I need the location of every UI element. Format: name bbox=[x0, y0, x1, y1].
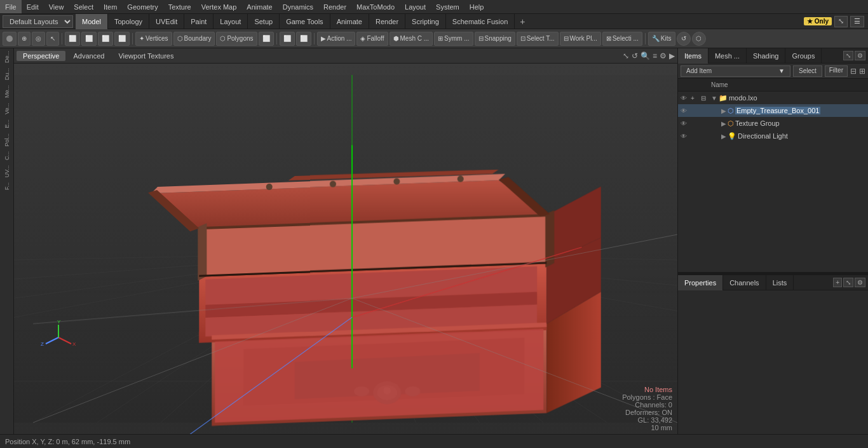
layout-settings-btn[interactable]: ☰ bbox=[850, 16, 864, 27]
eye-icon-treasure[interactable]: 👁 bbox=[681, 107, 691, 114]
tool-box1[interactable]: ⬜ bbox=[65, 32, 80, 46]
tool-boundary[interactable]: ⬡ Boundary bbox=[173, 32, 215, 46]
tool-vertices[interactable]: ✦ Vertices bbox=[135, 32, 172, 46]
vp-icon-expand[interactable]: ⤡ bbox=[623, 51, 629, 60]
menu-item[interactable]: Item bbox=[98, 0, 122, 13]
item-row-light[interactable]: 👁 ▶ 💡 Directional Light bbox=[678, 130, 868, 142]
props-plus-btn[interactable]: + bbox=[833, 278, 842, 287]
menu-system[interactable]: System bbox=[431, 0, 465, 13]
vp-icon-menu[interactable]: ≡ bbox=[653, 51, 657, 60]
sidebar-label-du[interactable]: Du... bbox=[3, 65, 11, 83]
sidebar-label-me[interactable]: Me... bbox=[3, 83, 11, 100]
layout-tab-layout[interactable]: Layout bbox=[214, 14, 248, 29]
tool-mode5[interactable]: ⬜ bbox=[259, 32, 274, 46]
tool-box2[interactable]: ⬜ bbox=[81, 32, 97, 46]
layout-tab-render[interactable]: Render bbox=[369, 14, 405, 29]
menu-view[interactable]: View bbox=[44, 0, 69, 13]
menu-texture[interactable]: Texture bbox=[163, 0, 196, 13]
tool-select-t[interactable]: ⊡ Select T... bbox=[517, 32, 559, 46]
tool-mode7[interactable]: ⬜ bbox=[296, 32, 311, 46]
menu-geometry[interactable]: Geometry bbox=[122, 0, 163, 13]
tool-cursor[interactable]: ↖ bbox=[46, 32, 59, 46]
vp-tab-perspective[interactable]: Perspective bbox=[17, 51, 65, 61]
props-tab-channels[interactable]: Channels bbox=[723, 275, 766, 290]
layout-tab-animate[interactable]: Animate bbox=[330, 14, 369, 29]
items-expand2-btn[interactable]: ⊞ bbox=[859, 67, 865, 76]
tool-round-icon1[interactable]: ↺ bbox=[677, 32, 691, 46]
sidebar-label-e[interactable]: E... bbox=[3, 117, 11, 131]
vp-icon-settings[interactable]: ⚙ bbox=[660, 51, 667, 60]
vp-tab-textures[interactable]: Viewport Textures bbox=[112, 51, 180, 61]
expand-arrow-texture[interactable]: ▶ bbox=[721, 120, 726, 127]
tool-box4[interactable]: ⬜ bbox=[114, 32, 130, 46]
props-tab-lists[interactable]: Lists bbox=[766, 275, 794, 290]
tool-globe[interactable]: ⊕ bbox=[18, 32, 31, 46]
tool-selection[interactable]: ⊠ Selecti ... bbox=[602, 32, 642, 46]
tool-mesh[interactable]: ⬢ Mesh C ... bbox=[390, 32, 433, 46]
layout-tab-paint[interactable]: Paint bbox=[184, 14, 214, 29]
sidebar-label-uv[interactable]: UV... bbox=[3, 163, 11, 180]
tool-falloff[interactable]: ◈ Falloff bbox=[356, 32, 388, 46]
layout-tab-scripting[interactable]: Scripting bbox=[405, 14, 446, 29]
menu-select[interactable]: Select bbox=[69, 0, 98, 13]
tool-polygons[interactable]: ⬡ Polygons bbox=[216, 32, 257, 46]
layout-tab-schematic[interactable]: Schematic Fusion bbox=[446, 14, 515, 29]
props-settings-btn[interactable]: ⚙ bbox=[855, 278, 865, 287]
tool-round-icon2[interactable]: ⬡ bbox=[692, 32, 706, 46]
expand-arrow-treasure[interactable]: ▶ bbox=[721, 107, 726, 114]
menu-file[interactable]: File bbox=[0, 0, 22, 13]
items-tab-mesh[interactable]: Mesh ... bbox=[709, 48, 747, 64]
3d-scene[interactable] bbox=[14, 64, 677, 434]
sidebar-label-de[interactable]: De... bbox=[3, 48, 11, 65]
sidebar-label-ve[interactable]: Ve... bbox=[3, 100, 11, 117]
layout-tab-setup[interactable]: Setup bbox=[248, 14, 280, 29]
tool-work-plane[interactable]: ⊟ Work Pl... bbox=[560, 32, 601, 46]
items-collapse-btn[interactable]: ⊟ bbox=[850, 67, 857, 76]
viewport-canvas[interactable]: X Y Z No Items Polygons : Face Channels:… bbox=[14, 64, 677, 434]
eye-icon-texture[interactable]: 👁 bbox=[681, 120, 691, 127]
item-row-modo-lxo[interactable]: 👁 + ⊟ ▼ 📁 modo.lxo bbox=[678, 92, 868, 104]
tool-snapping[interactable]: ⊟ Snapping bbox=[475, 32, 515, 46]
add-item-button[interactable]: Add Item ▼ bbox=[681, 65, 790, 77]
vp-icon-play[interactable]: ▶ bbox=[669, 51, 675, 60]
menu-layout[interactable]: Layout bbox=[400, 0, 431, 13]
menu-edit[interactable]: Edit bbox=[22, 0, 44, 13]
eye-icon-modo[interactable]: 👁 bbox=[681, 95, 691, 102]
sidebar-label-c[interactable]: C... bbox=[3, 149, 11, 163]
items-tab-items[interactable]: Items bbox=[678, 48, 709, 64]
eye-icon-light[interactable]: 👁 bbox=[681, 133, 691, 140]
menu-animate[interactable]: Animate bbox=[241, 0, 277, 13]
menu-help[interactable]: Help bbox=[465, 0, 489, 13]
tool-mode6[interactable]: ⬜ bbox=[280, 32, 295, 46]
star-badge[interactable]: ★ Only bbox=[804, 17, 832, 25]
layout-tab-gametools[interactable]: Game Tools bbox=[280, 14, 330, 29]
layout-selector[interactable]: Default Layouts bbox=[3, 15, 73, 28]
vp-tab-advanced[interactable]: Advanced bbox=[67, 51, 111, 61]
filter-button[interactable]: Filter bbox=[825, 65, 848, 77]
item-row-texture-group[interactable]: 👁 ▶ ⬡ Texture Group bbox=[678, 117, 868, 130]
sidebar-label-pol[interactable]: Pol... bbox=[3, 131, 11, 149]
items-expand-btn[interactable]: ⤡ bbox=[843, 51, 853, 60]
layout-tab-topology[interactable]: Topology bbox=[108, 14, 149, 29]
sidebar-label-f[interactable]: F... bbox=[3, 180, 11, 193]
menu-dynamics[interactable]: Dynamics bbox=[278, 0, 318, 13]
expand-arrow-modo[interactable]: ▼ bbox=[711, 95, 717, 102]
select-button[interactable]: Select bbox=[793, 65, 822, 77]
tool-snap-circle[interactable]: ◎ bbox=[32, 32, 45, 46]
tool-action[interactable]: ▶ Action ... bbox=[317, 32, 356, 46]
vp-icon-search[interactable]: 🔍 bbox=[641, 51, 650, 60]
menu-render[interactable]: Render bbox=[318, 0, 351, 13]
tool-kits[interactable]: 🔧 Kits bbox=[648, 32, 675, 46]
menu-maxtomodo[interactable]: MaxToModo bbox=[351, 0, 400, 13]
layout-tab-uvedit[interactable]: UVEdit bbox=[149, 14, 184, 29]
vp-icon-reset[interactable]: ↺ bbox=[632, 51, 638, 60]
tool-symmetry[interactable]: ⊞ Symm ... bbox=[434, 32, 473, 46]
layout-expand-btn[interactable]: ⤡ bbox=[834, 16, 848, 27]
props-tab-properties[interactable]: Properties bbox=[678, 275, 723, 290]
items-tab-groups[interactable]: Groups bbox=[785, 48, 822, 64]
item-row-treasure[interactable]: 👁 ▶ ⬡ Empty_Treasure_Box_001 bbox=[678, 104, 868, 117]
items-tab-shading[interactable]: Shading bbox=[747, 48, 785, 64]
props-expand-btn[interactable]: ⤡ bbox=[843, 278, 853, 287]
menu-vertex-map[interactable]: Vertex Map bbox=[196, 0, 242, 13]
expand-arrow-light[interactable]: ▶ bbox=[721, 133, 726, 140]
